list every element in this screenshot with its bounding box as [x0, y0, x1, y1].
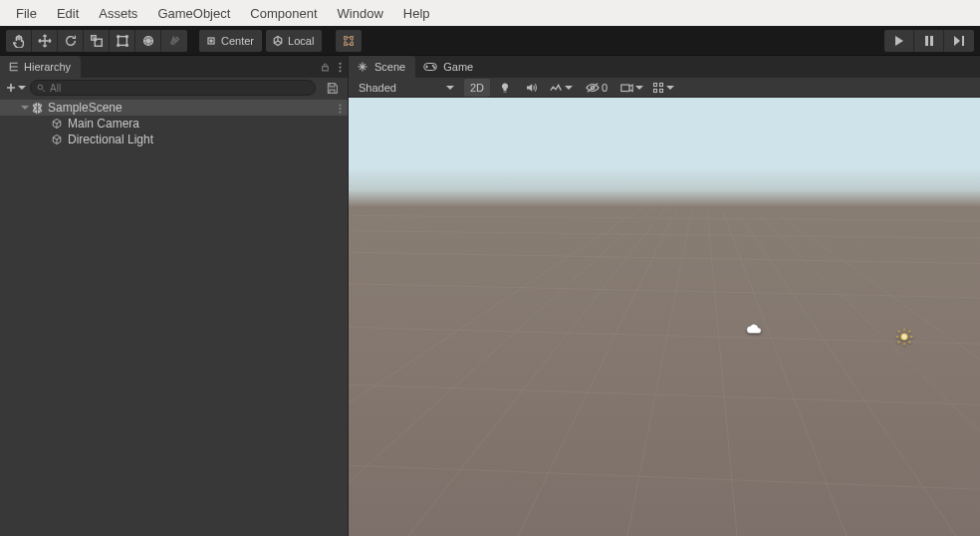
svg-point-14 [339, 62, 341, 64]
pause-button[interactable] [914, 30, 944, 52]
pivot-center-label: Center [221, 35, 254, 47]
menu-edit[interactable]: Edit [47, 2, 89, 25]
hierarchy-panel: Hierarchy All [0, 56, 349, 536]
svg-point-30 [901, 334, 908, 341]
scale-tool-button[interactable] [84, 30, 110, 52]
chevron-down-icon [565, 86, 573, 90]
create-button[interactable] [6, 80, 26, 96]
chevron-down-icon [18, 86, 26, 90]
toggle-2d-button[interactable]: 2D [464, 79, 490, 97]
playback-group [884, 30, 974, 52]
svg-rect-12 [962, 36, 964, 46]
lightbulb-icon [499, 82, 511, 94]
scene-icon [357, 61, 368, 73]
gizmos-icon [652, 82, 664, 94]
svg-point-6 [125, 44, 127, 46]
svg-rect-27 [660, 83, 663, 86]
gameobject-row[interactable]: Main Camera [0, 116, 348, 132]
menu-gameobject[interactable]: GameObject [147, 2, 240, 25]
snap-button[interactable] [336, 30, 362, 52]
svg-point-4 [125, 35, 127, 37]
plus-icon [6, 83, 16, 93]
scene-panel: Scene Game Shaded 2D [349, 56, 980, 536]
hand-icon [12, 34, 26, 48]
hierarchy-tab[interactable]: Hierarchy [0, 56, 81, 78]
gizmos-dropdown[interactable] [649, 79, 677, 97]
game-tab[interactable]: Game [415, 56, 483, 78]
grid-overlay [349, 98, 980, 536]
svg-point-5 [117, 44, 119, 46]
chevron-down-icon [635, 86, 643, 90]
menubar: File Edit Assets GameObject Component Wi… [0, 0, 980, 26]
camera-gizmo[interactable] [745, 322, 763, 339]
hierarchy-search-input[interactable]: All [30, 80, 316, 96]
gameobject-label: Directional Light [68, 133, 153, 146]
step-icon [954, 36, 965, 46]
pivot-local-label: Local [288, 35, 314, 47]
svg-point-9 [210, 39, 212, 41]
save-icon [326, 82, 339, 95]
context-menu-icon[interactable] [339, 103, 342, 117]
play-button[interactable] [884, 30, 914, 52]
transform-tool-button[interactable] [135, 30, 161, 52]
svg-rect-26 [654, 83, 657, 86]
menu-file[interactable]: File [6, 2, 47, 25]
svg-point-16 [339, 70, 341, 72]
save-scene-button[interactable] [322, 79, 342, 97]
svg-rect-11 [930, 36, 933, 46]
fx-toggle-button[interactable] [546, 79, 576, 97]
svg-point-3 [117, 35, 119, 37]
menu-assets[interactable]: Assets [89, 2, 147, 25]
hierarchy-tab-label: Hierarchy [24, 61, 71, 73]
hand-tool-button[interactable] [6, 30, 32, 52]
shading-mode-label: Shaded [359, 82, 396, 94]
pivot-local-button[interactable]: Local [266, 30, 322, 52]
transform-icon [141, 34, 155, 48]
scale-icon [90, 34, 104, 48]
search-icon [37, 84, 46, 93]
rect-tool-button[interactable] [110, 30, 135, 52]
scene-toolbar: Shaded 2D 0 [349, 78, 980, 98]
gameobject-row[interactable]: Directional Light [0, 132, 348, 147]
camera-settings-button[interactable] [617, 79, 645, 97]
svg-point-22 [432, 65, 433, 66]
custom-tool-icon [167, 34, 181, 48]
scene-visibility-button[interactable]: 0 [580, 79, 613, 97]
menu-icon[interactable] [339, 62, 342, 73]
expander-icon[interactable] [20, 103, 30, 113]
rect-icon [116, 34, 129, 48]
pivot-center-button[interactable]: Center [199, 30, 262, 52]
eye-off-icon [586, 82, 600, 94]
menu-component[interactable]: Component [240, 2, 327, 25]
hierarchy-tab-bar: Hierarchy [0, 56, 348, 78]
audio-toggle-button[interactable] [520, 79, 542, 97]
main-content: Hierarchy All [0, 56, 980, 536]
scene-tab[interactable]: Scene [349, 56, 415, 78]
chevron-down-icon [666, 86, 674, 90]
sun-icon [894, 327, 914, 347]
svg-point-15 [339, 66, 341, 68]
lighting-toggle-button[interactable] [494, 79, 516, 97]
shading-mode-dropdown[interactable]: Shaded [353, 79, 460, 97]
play-icon [894, 36, 904, 46]
scene-tab-label: Scene [374, 61, 405, 73]
camera-icon [620, 82, 633, 93]
search-placeholder: All [50, 83, 61, 94]
unity-icon [30, 101, 44, 115]
light-gizmo[interactable] [894, 327, 914, 350]
hierarchy-toolbar: All [0, 78, 348, 98]
scene-viewport[interactable] [349, 98, 980, 536]
lock-icon[interactable] [320, 62, 331, 73]
chevron-down-icon [446, 86, 454, 90]
menu-help[interactable]: Help [393, 2, 440, 25]
svg-point-20 [340, 112, 342, 114]
menu-window[interactable]: Window [328, 2, 393, 25]
rotate-tool-button[interactable] [58, 30, 84, 52]
svg-rect-2 [118, 36, 126, 45]
move-icon [38, 34, 52, 48]
step-button[interactable] [944, 30, 974, 52]
scene-tab-bar: Scene Game [349, 56, 980, 78]
custom-tool-button[interactable] [161, 30, 187, 52]
move-tool-button[interactable] [32, 30, 58, 52]
scene-row[interactable]: SampleScene [0, 100, 348, 116]
